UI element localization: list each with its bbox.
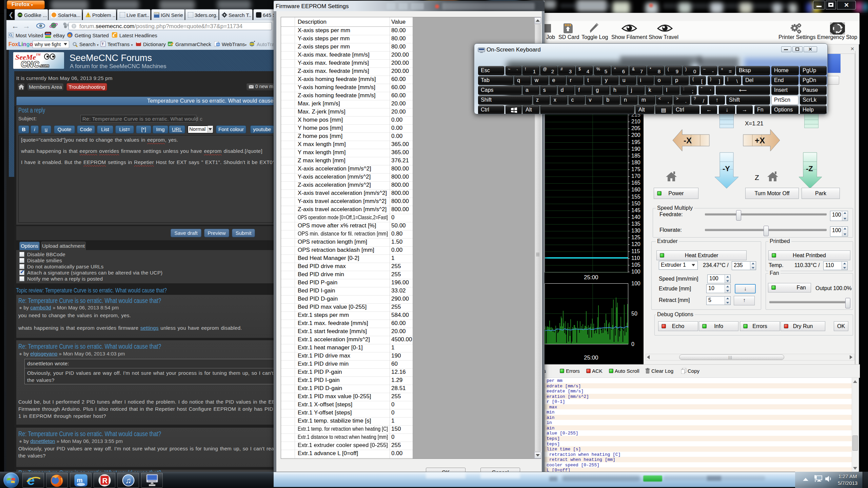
svg-text:-Y: -Y [723, 164, 730, 173]
svg-text:R: R [102, 476, 107, 485]
svg-text:+X: +X [755, 136, 765, 145]
svg-text:-Z: -Z [806, 164, 813, 173]
svg-text:-X: -X [684, 136, 692, 145]
svg-text:♫: ♫ [125, 476, 131, 485]
svg-text:m: m [77, 476, 83, 484]
svg-text:!: ! [87, 14, 88, 17]
